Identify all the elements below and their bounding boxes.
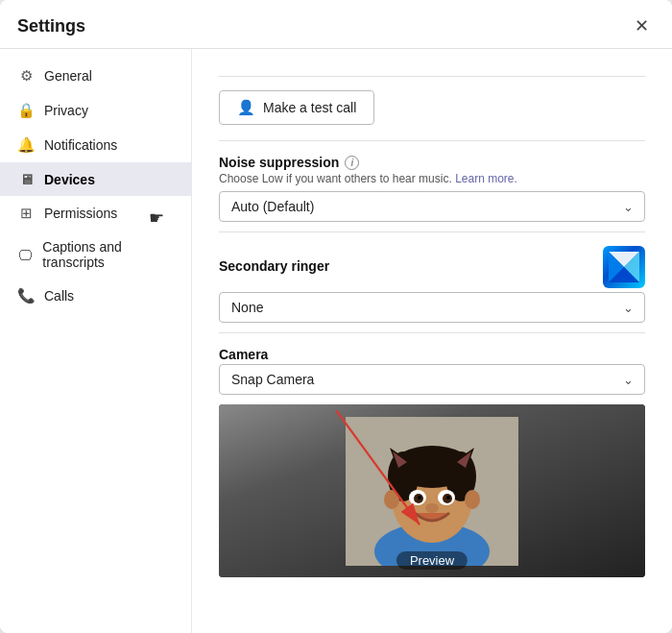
secondary-ringer-row: Secondary ringer [219,246,645,288]
sidebar-item-label-captions: Captions and transcripts [42,239,174,270]
camera-select-row: Snap Camera Default Camera ⌄ [219,364,645,395]
learn-more-link[interactable]: Learn more. [455,172,517,185]
svg-point-22 [418,496,421,499]
noise-suppression-label: Noise suppression i [219,155,645,170]
divider-3 [219,231,645,232]
noise-suppression-sublabel: Choose Low if you want others to hear mu… [219,172,645,185]
divider-4 [219,332,645,333]
secondary-ringer-select-row: None Speaker Headphones ⌄ [219,292,645,323]
sidebar-item-label-calls: Calls [44,288,74,304]
camera-select[interactable]: Snap Camera Default Camera [219,364,645,395]
svg-point-12 [384,490,399,509]
preview-label: Preview [396,551,468,570]
devices-icon: 🖥 [17,171,35,187]
make-test-call-label: Make a test call [263,100,356,115]
calls-icon: 📞 [17,287,35,304]
sidebar-item-label-privacy: Privacy [44,103,88,118]
sidebar-item-label-general: General [44,68,92,84]
main-content: 👤 Make a test call Noise suppression i C… [192,49,672,633]
sidebar-item-calls[interactable]: 📞 Calls [0,279,191,313]
permissions-icon: ⊞ [17,205,35,222]
sidebar-item-captions[interactable]: 🖵 Captions and transcripts [0,231,191,279]
privacy-icon: 🔒 [17,102,35,119]
snap-logo-icon [603,246,645,288]
camera-label: Camera [219,347,645,362]
sidebar: ⚙ General🔒 Privacy🔔 Notifications🖥 Devic… [0,49,192,633]
sidebar-item-notifications[interactable]: 🔔 Notifications [0,128,191,162]
window-body: ⚙ General🔒 Privacy🔔 Notifications🖥 Devic… [0,49,672,633]
secondary-ringer-label: Secondary ringer [219,258,329,274]
secondary-ringer-select[interactable]: None Speaker Headphones [219,292,645,323]
sidebar-item-label-permissions: Permissions [44,206,117,221]
call-icon: 👤 [237,99,255,116]
svg-point-23 [446,496,450,499]
divider-2 [219,140,645,141]
sidebar-item-label-devices: Devices [44,172,95,187]
sidebar-item-label-notifications: Notifications [44,137,117,153]
title-bar: Settings ✕ [0,0,672,49]
noise-suppression-info-icon[interactable]: i [345,156,359,170]
notifications-icon: 🔔 [17,136,35,154]
make-test-call-button[interactable]: 👤 Make a test call [219,90,374,125]
sidebar-item-privacy[interactable]: 🔒 Privacy [0,93,191,128]
snap-logo-svg [607,250,641,284]
window-title: Settings [17,16,85,37]
camera-preview: Preview [219,404,645,577]
captions-icon: 🖵 [17,247,33,263]
noise-suppression-select-row: Auto (Default) High Low Off ⌄ [219,191,645,222]
sidebar-item-devices[interactable]: 🖥 Devices [0,162,191,196]
close-button[interactable]: ✕ [629,13,655,38]
svg-point-24 [425,503,439,513]
sidebar-item-permissions[interactable]: ⊞ Permissions [0,196,191,231]
top-divider [219,76,645,77]
face-svg [346,417,518,566]
sidebar-item-general[interactable]: ⚙ General [0,59,191,93]
noise-suppression-select[interactable]: Auto (Default) High Low Off [219,191,645,222]
svg-point-13 [465,490,480,509]
settings-window: Settings ✕ ⚙ General🔒 Privacy🔔 Notificat… [0,0,672,633]
general-icon: ⚙ [17,67,35,85]
